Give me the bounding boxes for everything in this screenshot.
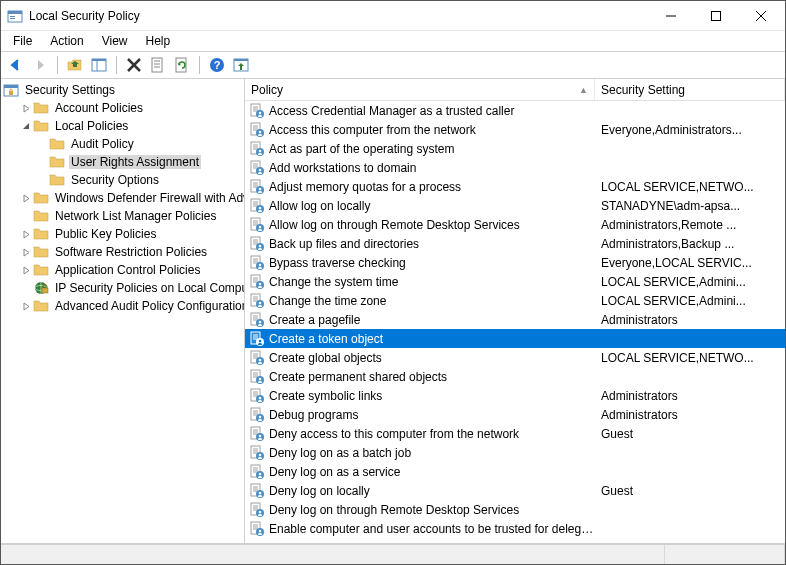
tree-item[interactable]: Software Restriction Policies <box>1 243 244 261</box>
forward-button[interactable] <box>29 54 51 76</box>
titlebar[interactable]: Local Security Policy <box>1 1 785 31</box>
svg-point-153 <box>259 491 262 494</box>
help-button[interactable]: ? <box>206 54 228 76</box>
policy-row[interactable]: Create permanent shared objects <box>245 367 785 386</box>
expand-icon[interactable] <box>19 299 33 313</box>
policy-row[interactable]: Create a pagefileAdministrators <box>245 310 785 329</box>
policy-row[interactable]: Debug programsAdministrators <box>245 405 785 424</box>
delete-button[interactable] <box>123 54 145 76</box>
folder-icon <box>49 154 65 170</box>
expand-icon[interactable] <box>19 101 33 115</box>
tree-item[interactable]: IP Security Policies on Local Computer <box>1 279 244 297</box>
policy-row[interactable]: Allow log on locallySTANADYNE\adm-apsa..… <box>245 196 785 215</box>
folder-icon <box>33 244 49 260</box>
policy-row[interactable]: Access Credential Manager as a trusted c… <box>245 101 785 120</box>
tree-item-label: Windows Defender Firewall with Advanced … <box>53 191 245 205</box>
tree-root[interactable]: Security Settings <box>1 81 244 99</box>
maximize-button[interactable] <box>693 2 738 30</box>
policy-row[interactable]: Back up files and directoriesAdministrat… <box>245 234 785 253</box>
row-setting-label: LOCAL SERVICE,Admini... <box>595 294 785 308</box>
policy-row[interactable]: Allow log on through Remote Desktop Serv… <box>245 215 785 234</box>
show-hide-tree-button[interactable] <box>88 54 110 76</box>
tree-item-label: Local Policies <box>53 119 130 133</box>
policy-row[interactable]: Deny log on through Remote Desktop Servi… <box>245 500 785 519</box>
policy-row[interactable]: Deny access to this computer from the ne… <box>245 424 785 443</box>
close-button[interactable] <box>738 2 783 30</box>
menu-file[interactable]: File <box>5 32 40 50</box>
policy-row[interactable]: Enable computer and user accounts to be … <box>245 519 785 538</box>
svg-rect-3 <box>10 18 15 19</box>
expand-icon[interactable] <box>19 227 33 241</box>
policy-row[interactable]: Deny log on as a service <box>245 462 785 481</box>
expand-icon[interactable] <box>19 245 33 259</box>
policy-row[interactable]: Access this computer from the networkEve… <box>245 120 785 139</box>
svg-rect-21 <box>234 59 248 61</box>
column-header-policy[interactable]: Policy ▲ <box>245 79 595 100</box>
back-button[interactable] <box>5 54 27 76</box>
refresh-button[interactable] <box>171 54 193 76</box>
svg-point-129 <box>259 415 262 418</box>
policy-row[interactable]: Deny log on as a batch job <box>245 443 785 462</box>
expand-icon[interactable] <box>19 263 33 277</box>
menu-action[interactable]: Action <box>42 32 91 50</box>
properties-button[interactable] <box>147 54 169 76</box>
policy-row[interactable]: Add workstations to domain <box>245 158 785 177</box>
policy-row[interactable]: Act as part of the operating system <box>245 139 785 158</box>
svg-point-111 <box>259 358 262 361</box>
row-policy-label: Allow log on through Remote Desktop Serv… <box>269 218 595 232</box>
up-button[interactable] <box>64 54 86 76</box>
tree-item[interactable]: Audit Policy <box>1 135 244 153</box>
tree-item[interactable]: Application Control Policies <box>1 261 244 279</box>
policy-row[interactable]: Change the time zoneLOCAL SERVICE,Admini… <box>245 291 785 310</box>
svg-point-159 <box>259 510 262 513</box>
row-policy-label: Deny log on as a batch job <box>269 446 595 460</box>
policy-row[interactable]: Adjust memory quotas for a processLOCAL … <box>245 177 785 196</box>
list-rows[interactable]: Access Credential Manager as a trusted c… <box>245 101 785 543</box>
row-setting-label: Administrators <box>595 313 785 327</box>
tree-item[interactable]: Account Policies <box>1 99 244 117</box>
policy-row[interactable]: Bypass traverse checkingEveryone,LOCAL S… <box>245 253 785 272</box>
menu-help[interactable]: Help <box>138 32 179 50</box>
tree-item[interactable]: Local Policies <box>1 117 244 135</box>
tree-spacer <box>35 137 49 151</box>
policy-icon <box>249 217 265 233</box>
tree-item[interactable]: Advanced Audit Policy Configuration <box>1 297 244 315</box>
collapse-icon[interactable] <box>19 119 33 133</box>
folder-icon <box>49 172 65 188</box>
policy-row[interactable]: Create symbolic linksAdministrators <box>245 386 785 405</box>
policy-row[interactable]: Create global objectsLOCAL SERVICE,NETWO… <box>245 348 785 367</box>
tree-item[interactable]: User Rights Assignment <box>1 153 244 171</box>
row-setting-label: Administrators,Backup ... <box>595 237 785 251</box>
row-policy-label: Allow log on locally <box>269 199 595 213</box>
svg-point-87 <box>259 282 262 285</box>
tree-item[interactable]: Network List Manager Policies <box>1 207 244 225</box>
minimize-button[interactable] <box>648 2 693 30</box>
folder-icon <box>33 208 49 224</box>
tree-item[interactable]: Windows Defender Firewall with Advanced … <box>1 189 244 207</box>
row-policy-label: Act as part of the operating system <box>269 142 595 156</box>
folder-icon <box>33 190 49 206</box>
expand-icon[interactable] <box>19 191 33 205</box>
export-list-button[interactable] <box>230 54 252 76</box>
menu-view[interactable]: View <box>94 32 136 50</box>
row-policy-label: Change the time zone <box>269 294 595 308</box>
row-policy-label: Create a pagefile <box>269 313 595 327</box>
svg-rect-2 <box>10 16 15 17</box>
tree-item[interactable]: Public Key Policies <box>1 225 244 243</box>
policy-row[interactable]: Change the system timeLOCAL SERVICE,Admi… <box>245 272 785 291</box>
policy-icon <box>249 255 265 271</box>
policy-row[interactable]: Create a token object <box>245 329 785 348</box>
svg-point-141 <box>259 453 262 456</box>
tree-item[interactable]: Security Options <box>1 171 244 189</box>
policy-icon <box>249 483 265 499</box>
svg-point-135 <box>259 434 262 437</box>
svg-point-165 <box>259 529 262 532</box>
tree-pane[interactable]: Security Settings Account PoliciesLocal … <box>1 79 245 543</box>
row-policy-label: Access this computer from the network <box>269 123 595 137</box>
folder-icon <box>33 118 49 134</box>
tree-spacer <box>19 209 33 223</box>
policy-row[interactable]: Deny log on locallyGuest <box>245 481 785 500</box>
row-policy-label: Adjust memory quotas for a process <box>269 180 595 194</box>
column-header-setting[interactable]: Security Setting <box>595 79 785 100</box>
row-policy-label: Deny access to this computer from the ne… <box>269 427 595 441</box>
